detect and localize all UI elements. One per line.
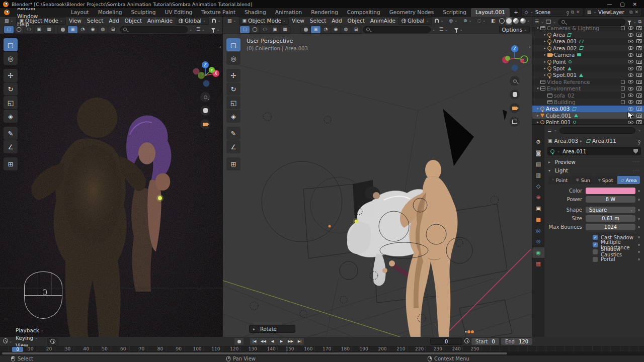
- workspace-tab-modeling[interactable]: Modeling: [94, 8, 127, 17]
- scene-selector[interactable]: ◇⌄ Scene ⧉ ✕: [522, 9, 583, 16]
- outliner-display-mode-icon[interactable]: ☰: [535, 20, 539, 24]
- workspace-tab-uv-editing[interactable]: UV Editing: [160, 8, 197, 17]
- rotate-tool[interactable]: ↻: [226, 82, 240, 96]
- expand-arrow[interactable]: ▸: [542, 46, 547, 50]
- hide-in-viewport-icon[interactable]: [628, 100, 633, 104]
- filter-dropdown-icon[interactable]: ☰⌄: [194, 26, 207, 33]
- auto-keying-sync-button[interactable]: [47, 338, 58, 345]
- hide-in-viewport-icon[interactable]: [628, 73, 633, 77]
- filter-icon[interactable]: [627, 20, 631, 24]
- shading-wireframe-icon[interactable]: [499, 17, 505, 25]
- outliner-item-area[interactable]: ▸ Area: [532, 31, 644, 38]
- checkbox[interactable]: ✓: [593, 235, 598, 240]
- menu-object[interactable]: Object: [122, 17, 144, 25]
- use-preview-range-icon[interactable]: [464, 338, 469, 344]
- gizmos-toggle-icon[interactable]: ⊕⌄: [461, 17, 474, 25]
- prev-keyframe-button[interactable]: ◀◀: [259, 338, 268, 345]
- minimize-button[interactable]: —: [607, 2, 612, 7]
- play-reverse-button[interactable]: ◀: [268, 338, 277, 345]
- pin-icon[interactable]: [567, 10, 569, 15]
- hide-in-viewport-icon[interactable]: [628, 121, 633, 124]
- menu-select[interactable]: Select: [85, 17, 106, 25]
- collection-checkbox[interactable]: [621, 94, 625, 98]
- physics-icon[interactable]: ◎: [532, 225, 544, 236]
- disable-in-renders-icon[interactable]: [636, 33, 642, 37]
- fake-user-shield-icon[interactable]: [633, 149, 638, 154]
- select-circle-icon[interactable]: ◯: [250, 26, 260, 33]
- measure-tool[interactable]: ∠: [4, 140, 18, 153]
- timeline-menu-keying[interactable]: Keying⌄: [13, 334, 46, 341]
- workspace-tab-sculpting[interactable]: Sculpting: [126, 8, 160, 17]
- remove-viewlayer-icon[interactable]: ✕: [634, 10, 638, 15]
- viewport-search[interactable]: [120, 26, 188, 33]
- outliner-editor[interactable]: ☰⌄ ⌄ ⌄ ⧉ ▾ Cameras & Lighting ▸ Area ▸ A…: [532, 17, 644, 125]
- hide-in-viewport-icon[interactable]: [628, 33, 633, 37]
- animate-dot[interactable]: [638, 236, 640, 238]
- hide-in-viewport-icon[interactable]: [628, 53, 633, 57]
- navigation-gizmo[interactable]: Z: [501, 44, 529, 72]
- animate-dot[interactable]: [638, 226, 640, 228]
- playhead[interactable]: 0: [12, 347, 23, 352]
- disable-in-renders-icon[interactable]: [636, 86, 642, 90]
- add-cube-tool[interactable]: ⊞: [226, 157, 240, 170]
- add-workspace-button[interactable]: +: [510, 8, 522, 16]
- checkbox[interactable]: [593, 249, 598, 254]
- disable-in-renders-icon[interactable]: [636, 120, 642, 124]
- visibility-camera-icon[interactable]: ◍: [341, 26, 351, 33]
- menu-add[interactable]: Add: [106, 17, 121, 25]
- render-icon[interactable]: ◙: [532, 148, 544, 158]
- expand-arrow[interactable]: ▸: [542, 66, 547, 70]
- viewport-search[interactable]: [363, 26, 431, 33]
- transform-orientation-dropdown[interactable]: Global⌄: [398, 17, 432, 25]
- expand-arrow[interactable]: ▾: [535, 86, 540, 90]
- workspace-tab-compositing[interactable]: Compositing: [343, 8, 385, 17]
- animate-dot[interactable]: [638, 251, 640, 253]
- expand-arrow[interactable]: ▾: [535, 26, 540, 30]
- select-box-tool[interactable]: ▢: [226, 38, 240, 51]
- menu-view[interactable]: View: [289, 17, 307, 25]
- animate-dot[interactable]: [638, 199, 640, 201]
- timeline-editor[interactable]: ⌄ Playback⌄Keying⌄ViewMarker |◀◀◀◀▶▶▶▶| …: [0, 337, 644, 355]
- visibility-camera-icon[interactable]: ◍: [98, 26, 108, 33]
- disable-in-renders-icon[interactable]: [636, 94, 642, 98]
- viewport-search-input[interactable]: [372, 27, 427, 32]
- expand-arrow[interactable]: ▸: [542, 33, 547, 37]
- disable-in-renders-icon[interactable]: [636, 39, 642, 43]
- checkbox[interactable]: ✓: [593, 242, 598, 247]
- menu-add[interactable]: Add: [329, 17, 344, 25]
- next-keyframe-button[interactable]: ▶▶: [286, 338, 295, 345]
- tool-icon[interactable]: ⚙: [532, 137, 544, 147]
- transform-tool[interactable]: ◈: [226, 110, 240, 123]
- cursor-tool[interactable]: ◎: [226, 52, 240, 65]
- workspace-tab-scripting[interactable]: Scripting: [438, 8, 471, 17]
- data-name-field[interactable]: ⌄ Area.011: [547, 147, 641, 155]
- object-icon[interactable]: ■: [532, 214, 544, 225]
- collection-checkbox[interactable]: [621, 80, 625, 84]
- timeline-ruler[interactable]: 0 10203040506070809010011012013014015016…: [0, 346, 644, 352]
- properties-options-icon[interactable]: ⌄: [638, 128, 641, 132]
- outliner-item-sofa-02[interactable]: sofa_02: [532, 92, 644, 99]
- menu-animaide[interactable]: AnimAide: [368, 17, 398, 25]
- outliner-item-cameras-lighting[interactable]: ▾ Cameras & Lighting: [532, 25, 644, 31]
- unlink-scene-icon[interactable]: ✕: [576, 10, 580, 15]
- viewlayer-selector[interactable]: ▥⌄ ViewLayer ⧉ ✕: [585, 9, 641, 16]
- visibility-active-icon[interactable]: ▣: [68, 26, 77, 33]
- operator-panel[interactable]: ▸Rotate: [249, 325, 295, 333]
- hide-in-viewport-icon[interactable]: [628, 94, 633, 97]
- scale-tool[interactable]: ◱: [226, 96, 240, 109]
- max-bounces-field[interactable]: 1024: [586, 224, 635, 230]
- hide-in-viewport-icon[interactable]: [628, 26, 633, 30]
- visibility-light-icon[interactable]: ◉: [331, 26, 341, 33]
- visibility-curve-icon[interactable]: ◔: [78, 26, 88, 33]
- disable-in-renders-icon[interactable]: [636, 114, 642, 118]
- preview-panel-header[interactable]: ▸Preview····: [544, 157, 644, 166]
- disable-in-renders-icon[interactable]: [636, 60, 642, 64]
- select-extend-icon[interactable]: ▦: [280, 26, 290, 33]
- shading-solid-icon[interactable]: [506, 17, 512, 25]
- move-tool[interactable]: ✢: [4, 69, 18, 82]
- snapping-icon[interactable]: ⌄: [209, 17, 223, 25]
- visibility-light-icon[interactable]: ◉: [88, 26, 98, 33]
- hide-in-viewport-icon[interactable]: [628, 46, 633, 50]
- scale-tool[interactable]: ◱: [4, 96, 18, 109]
- viewport-main[interactable]: ▧⌄ ▣Object Mode⌄ ViewSelectAddObjectAnim…: [223, 17, 532, 337]
